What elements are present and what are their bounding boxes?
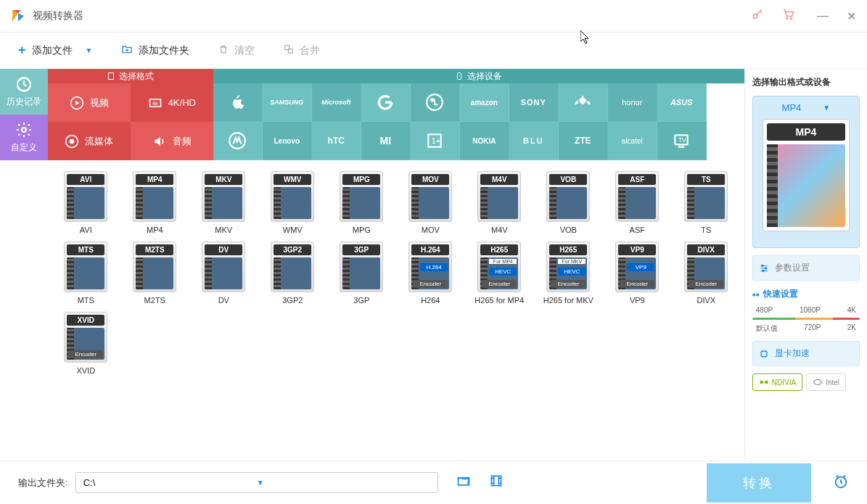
svg-point-22 bbox=[765, 267, 766, 268]
brand-lenovo[interactable]: Lenovo bbox=[263, 122, 312, 160]
add-folder-button[interactable]: 添加文件夹 bbox=[121, 44, 189, 57]
open-folder-button[interactable] bbox=[456, 474, 471, 492]
quick-settings-title: ▪▪ 快速设置 bbox=[752, 288, 860, 300]
brand-sony[interactable]: SONY bbox=[509, 83, 559, 122]
format-item-h265-for-mp4[interactable]: H265For MP4HEVCEncoderH265 for MP4 bbox=[469, 241, 530, 305]
format-label: MP4 bbox=[147, 226, 163, 234]
brand-asus[interactable]: ASUS bbox=[657, 83, 707, 122]
format-item-h264[interactable]: H.264H.264EncoderH264 bbox=[400, 241, 461, 305]
sliders-icon bbox=[759, 263, 769, 273]
brand-blu[interactable]: BLU bbox=[509, 122, 559, 160]
svg-point-0 bbox=[753, 14, 757, 18]
gpu-accel-button[interactable]: 显卡加速 bbox=[752, 341, 860, 366]
resolution-slider[interactable] bbox=[752, 318, 860, 320]
brand-tv[interactable]: TV bbox=[657, 122, 707, 160]
format-item-mp4[interactable]: MP4MP4 bbox=[124, 171, 186, 234]
format-item-3gp2[interactable]: 3GP23GP2 bbox=[262, 241, 324, 305]
output-folder-input[interactable]: C:\ ▼ bbox=[75, 472, 438, 493]
brand-motorola[interactable] bbox=[213, 122, 263, 160]
format-item-3gp[interactable]: 3GP3GP bbox=[331, 241, 393, 305]
format-item-mpg[interactable]: MPGMPG bbox=[331, 171, 393, 234]
stream-tab[interactable]: 流媒体 bbox=[48, 122, 131, 160]
brand-nokia[interactable]: NOKIA bbox=[460, 122, 509, 160]
format-item-wmv[interactable]: WMVWMV bbox=[262, 171, 324, 234]
history-button[interactable]: 历史记录 bbox=[0, 69, 48, 115]
format-item-mov[interactable]: MOVMOV bbox=[400, 171, 461, 234]
format-item-ts[interactable]: TSTS bbox=[675, 171, 737, 234]
svg-rect-26 bbox=[491, 476, 501, 485]
intel-icon bbox=[813, 377, 823, 387]
brand-amazon[interactable]: amazon bbox=[460, 83, 509, 122]
titlebar: 视频转换器 — ✕ bbox=[0, 0, 867, 33]
format-label: VOB bbox=[560, 226, 577, 234]
format-icon: VP9VP9Encoder bbox=[615, 241, 659, 292]
format-item-vob[interactable]: VOBVOB bbox=[538, 171, 599, 234]
brand-huawei[interactable] bbox=[559, 83, 608, 122]
chevron-down-icon[interactable]: ▼ bbox=[257, 479, 430, 487]
add-file-button[interactable]: + 添加文件 ▼ bbox=[18, 43, 92, 58]
close-button[interactable]: ✕ bbox=[847, 9, 856, 23]
brand-htc[interactable]: hTC bbox=[312, 122, 361, 160]
format-icon: MKV bbox=[202, 171, 245, 222]
format-item-h265-for-mkv[interactable]: H265For MKVHEVCEncoderH265 for MKV bbox=[538, 241, 599, 305]
format-label: H264 bbox=[421, 296, 440, 305]
bottom-bar: 输出文件夹: C:\ ▼ 转换 bbox=[0, 460, 867, 504]
brand-google[interactable] bbox=[361, 83, 411, 122]
chevron-down-icon[interactable]: ▼ bbox=[86, 46, 93, 54]
format-label: WMV bbox=[283, 226, 303, 234]
brand-apple[interactable] bbox=[213, 83, 263, 122]
merge-icon bbox=[284, 44, 294, 57]
cart-icon[interactable] bbox=[782, 8, 795, 24]
key-icon[interactable] bbox=[751, 8, 764, 24]
video-tab[interactable]: 视频 bbox=[48, 83, 131, 122]
trash-icon bbox=[218, 44, 229, 57]
brand-samsung[interactable]: SAMSUNG bbox=[263, 83, 312, 122]
brand-oneplus[interactable]: 1+ bbox=[411, 122, 460, 160]
play-circle-icon bbox=[70, 96, 84, 110]
audio-tab[interactable]: 音频 bbox=[131, 122, 213, 160]
format-item-m4v[interactable]: M4VM4V bbox=[469, 171, 530, 234]
app-logo-icon bbox=[11, 9, 25, 23]
custom-button[interactable]: 自定义 bbox=[0, 115, 48, 160]
chevron-down-icon[interactable]: ▼ bbox=[823, 104, 830, 112]
4k-tab[interactable]: 4k 4K/HD bbox=[131, 83, 213, 122]
svg-point-21 bbox=[761, 265, 763, 266]
brand-honor[interactable]: honor bbox=[608, 83, 657, 122]
svg-text:1+: 1+ bbox=[432, 136, 440, 145]
brand-zte[interactable]: ZTE bbox=[559, 122, 608, 160]
minimize-button[interactable]: — bbox=[817, 9, 829, 23]
nvidia-button[interactable]: NDIVIA bbox=[752, 373, 802, 391]
format-item-m2ts[interactable]: M2TSM2TS bbox=[124, 241, 186, 305]
format-item-mts[interactable]: MTSMTS bbox=[55, 241, 117, 305]
params-button[interactable]: 参数设置 bbox=[752, 255, 860, 281]
motorola-icon bbox=[228, 131, 247, 150]
brand-mi[interactable]: MI bbox=[361, 122, 411, 160]
schedule-button[interactable] bbox=[833, 474, 849, 492]
format-icon: VOB bbox=[546, 171, 590, 222]
format-label: MPG bbox=[353, 226, 371, 234]
brand-lg[interactable] bbox=[411, 83, 460, 122]
chrome-icon bbox=[65, 134, 79, 149]
film-icon[interactable] bbox=[489, 474, 504, 492]
brand-alcatel[interactable]: alcatel bbox=[608, 122, 657, 160]
format-icon: H.264H.264Encoder bbox=[408, 241, 452, 292]
format-item-avi[interactable]: AVIAVI bbox=[55, 171, 117, 234]
format-item-mkv[interactable]: MKVMKV bbox=[193, 171, 255, 234]
format-item-divx[interactable]: DIVXEncoderDIVX bbox=[675, 241, 737, 305]
brand-microsoft[interactable]: Microsoft bbox=[312, 83, 361, 122]
format-category-header: 选择格式 bbox=[48, 69, 213, 83]
merge-button[interactable]: 合并 bbox=[284, 44, 320, 57]
history-icon bbox=[15, 75, 33, 93]
format-item-vp9[interactable]: VP9VP9EncoderVP9 bbox=[607, 241, 668, 305]
format-item-dv[interactable]: DVDV bbox=[193, 241, 255, 305]
svg-point-2 bbox=[791, 17, 792, 19]
lg-icon bbox=[425, 93, 444, 112]
clear-button[interactable]: 清空 bbox=[218, 44, 255, 57]
convert-button[interactable]: 转换 bbox=[707, 463, 811, 503]
format-item-xvid[interactable]: XVIDEncoderXVID bbox=[55, 312, 117, 375]
tv-icon: TV bbox=[672, 131, 691, 150]
intel-button[interactable]: Intel bbox=[806, 373, 846, 391]
speaker-icon bbox=[152, 134, 167, 149]
format-item-asf[interactable]: ASFASF bbox=[607, 171, 668, 234]
output-preview[interactable]: MP4 ▼ MP4 bbox=[752, 96, 860, 248]
